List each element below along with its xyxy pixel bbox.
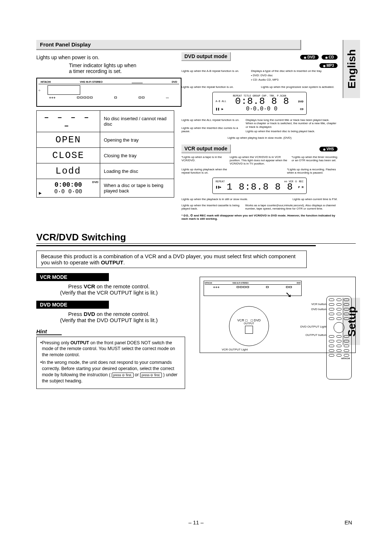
keycap-press-first: press ⊖ first. [140,373,162,378]
label-output-button: OUTPUT button [306,333,326,337]
device-tagline: VHS Hi-Fi STEREO [80,81,103,83]
keycap-press-first: press ⊖ first. [112,373,134,378]
page-number: – 11 – [188,519,204,525]
callout-all-repeat: Lights up when the ALL repeat function i… [181,118,243,122]
callout-slow: Lights up when playing back in slow mode… [181,136,338,139]
display-state-table: – – – – – No disc inserted / cannot read… [36,110,174,198]
desc-playing: When a disc or tape is being played back [100,179,174,198]
front-panel-heading: Front Panel Display [36,40,301,50]
callout-pm: Lights up when current time is P.M. [261,198,338,201]
callout-rec: *Lights up during a recording. Flashes w… [287,168,338,174]
label-dvd-output-light: DVD OUTPUT Light [301,325,326,328]
play-pause-icon: ❚❚ ▶ [216,107,224,111]
vcr-mode-line2: (Verify that the VCR OUTPUT light is lit… [60,289,158,296]
vcr-mode-title: VCR MODE [36,273,109,281]
dvd-mode-line2: (Verify that the DVD OUTPUT light is lit… [60,317,158,323]
seg-no-disc: – – – – – [44,113,92,129]
callout-repeat-on: Lights up during playback when the repea… [181,168,232,174]
callout-time: Displays how long the current title or t… [246,118,338,129]
callout-ab: Lights up when the A-B repeat function i… [181,69,248,83]
label-dvd-button: DVD button [311,308,326,311]
callout-disc-type: Displays a type of the disc which is ins… [251,69,338,73]
play-icon: ▶ [39,191,42,195]
vhs-pill: ◉ VHS [319,147,338,151]
timer-label-2: a timer recording is set. [69,68,122,74]
device-dvd-logo: DVD [172,81,177,83]
seg-playing-bottom: 0·0 0·00 [54,188,82,195]
callout-pause: Lights up when the inserted disc comes t… [181,126,243,133]
hint-title: Hint [36,328,62,335]
vcr-note: ⊙⊙, ⏲ and REC mark will disappear when y… [181,214,335,220]
seg-open: OPEN [56,134,81,145]
desc-load: Loading the disc [100,163,174,179]
output-circle: VCR ◻ ◻ DVD OUTPUT [229,306,269,346]
desc-no-disc: No disc inserted / cannot read disc [100,111,174,132]
callout-pscan: Lights up when the progressive scan syst… [261,85,338,89]
callout-repeat: Lights up when the repeat function is on… [181,85,258,89]
device-front-illustration: HITACHI VHS Hi-Fi STEREO DVD ⊙ ⊙⊙ [36,78,181,107]
remote-illustration: HITACHI [326,296,352,379]
seg-playing-top: 0:00:00 [54,181,82,188]
switching-heading: VCR/DVD Switching [36,232,356,243]
callout-cassette: Lights up when the inserted cassette is … [181,204,243,210]
label-vcr-output-light: VCR OUTPUT Light [222,348,248,351]
lang-code: EN [344,519,352,525]
cd-pill: ◉ CD [322,55,338,60]
dvd-pill: ◉ DVD [300,55,319,60]
intro-text: Because this product is a combination of… [41,253,295,265]
callout-vcr-pos: Lights up when the VCR/DVD is in VCR pos… [230,155,290,166]
callout-counter: Works as a tape counter(hour,minute,seco… [245,204,338,210]
play-pause-icon: ❚❚▶ [216,185,221,189]
desc-open: Opening the tray [100,132,174,148]
dvd-lcd-illustration: REPEAT TITLE GROUP CHP. TRK. P.SCAN A-B … [212,92,307,115]
seg-load: Lodd [56,166,81,176]
arrow-down-icon: ➘ [285,290,292,300]
power-on-label: Lights up when power is on. [36,54,181,60]
callout-playback: Lights up when the inserted disc is bein… [246,130,338,133]
callout-timer-rec: *Lights up when the timer recording or a… [291,155,338,166]
hint-box: •Pressing only OUTPUT on the front panel… [36,337,185,389]
desc-close: Closing the tray [100,148,174,163]
vcr-lcd-illustration: REPEAT ⊙⊙ VCR ⏲ REC ❚❚▶ 1 8:8.8 8 8 P M [212,178,307,194]
timer-label-1: Timer indicator lights up when [69,62,136,68]
output-diagram: HITACHI VHS Hi-Fi STEREO DVD ➘ [200,277,356,353]
dvd-badge-icon: DVD [92,180,98,184]
dvd-mode-title: DVD MODE [36,301,109,309]
label-vcr-button: VCR button [311,303,326,306]
seg-close: CLOSE [52,150,84,161]
mp3-pill: ◉ MP3 [319,63,338,68]
callout-tape-in: *Lights up when a tape is in the VCR/DVD… [181,155,228,166]
callout-still: Lights up when the playback is in still … [181,198,258,201]
dvd-output-heading: DVD output mode [181,52,231,61]
vcr-output-heading: VCR output mode [181,145,231,153]
device-brand: HITACHI [41,81,51,83]
